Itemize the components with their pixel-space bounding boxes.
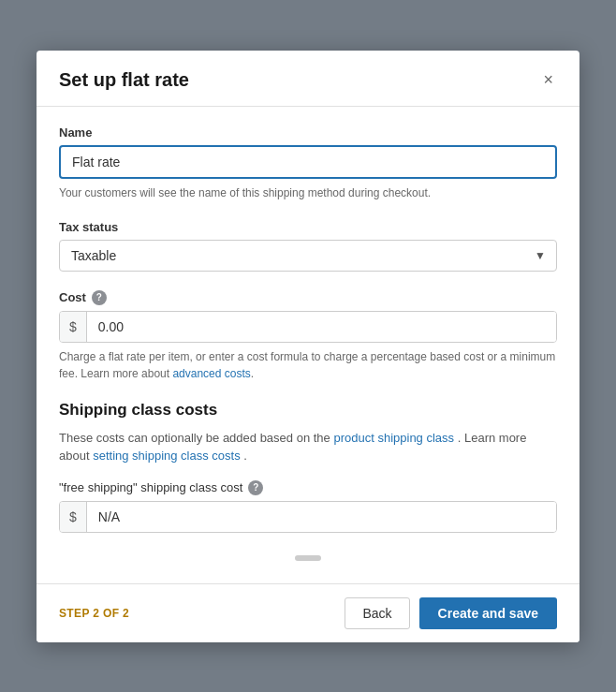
- cost-field-group: Cost ? $ Charge a flat rate per item, or…: [59, 290, 557, 382]
- tax-status-field-group: Tax status Taxable None ▼: [59, 220, 557, 272]
- name-hint: Your customers will see the name of this…: [59, 184, 557, 201]
- free-shipping-label-row: "free shipping" shipping class cost ?: [59, 480, 557, 495]
- close-button[interactable]: ×: [539, 69, 557, 90]
- modal-footer: STEP 2 OF 2 Back Create and save: [37, 583, 579, 642]
- cost-hint-text: Charge a flat rate per item, or enter a …: [59, 350, 555, 380]
- cost-label: Cost: [59, 290, 86, 304]
- cost-currency-prefix: $: [60, 312, 87, 342]
- tax-status-select[interactable]: Taxable None: [59, 240, 557, 272]
- shipping-class-title: Shipping class costs: [59, 401, 557, 420]
- cost-input-wrapper: $: [59, 311, 557, 343]
- shipping-class-desc: These costs can optionally be added base…: [59, 429, 557, 465]
- scroll-dot: [295, 555, 321, 561]
- modal-title: Set up flat rate: [59, 69, 189, 91]
- advanced-costs-link[interactable]: advanced costs: [172, 367, 250, 380]
- tax-status-label: Tax status: [59, 220, 557, 234]
- free-shipping-currency-prefix: $: [60, 502, 87, 532]
- shipping-class-desc-start: These costs can optionally be added base…: [59, 431, 330, 445]
- create-and-save-button[interactable]: Create and save: [419, 597, 557, 629]
- scroll-indicator: [59, 552, 557, 565]
- free-shipping-field-group: "free shipping" shipping class cost ? $: [59, 480, 557, 533]
- free-shipping-label: "free shipping" shipping class cost: [59, 480, 242, 494]
- cost-help-icon[interactable]: ?: [92, 290, 107, 305]
- free-shipping-input[interactable]: [87, 502, 556, 532]
- shipping-class-section: Shipping class costs These costs can opt…: [59, 401, 557, 533]
- tax-status-select-wrapper: Taxable None ▼: [59, 240, 557, 272]
- shipping-class-desc-end: .: [243, 449, 247, 463]
- free-shipping-help-icon[interactable]: ?: [248, 480, 263, 495]
- cost-input[interactable]: [87, 312, 556, 342]
- free-shipping-input-wrapper: $: [59, 501, 557, 533]
- cost-hint: Charge a flat rate per item, or enter a …: [59, 348, 557, 382]
- name-field-group: Name Your customers will see the name of…: [59, 125, 557, 201]
- name-input[interactable]: [59, 145, 557, 179]
- setting-shipping-class-costs-link[interactable]: setting shipping class costs: [93, 449, 241, 463]
- cost-label-row: Cost ?: [59, 290, 557, 305]
- modal-body: Name Your customers will see the name of…: [37, 107, 579, 583]
- step-label: STEP 2 OF 2: [59, 607, 129, 620]
- product-shipping-class-link[interactable]: product shipping class: [333, 431, 454, 445]
- setup-flat-rate-modal: Set up flat rate × Name Your customers w…: [37, 51, 579, 642]
- name-label: Name: [59, 125, 557, 140]
- cost-hint-end: .: [251, 367, 254, 380]
- back-button[interactable]: Back: [345, 597, 409, 629]
- modal-header: Set up flat rate ×: [37, 51, 579, 107]
- footer-buttons: Back Create and save: [345, 597, 557, 629]
